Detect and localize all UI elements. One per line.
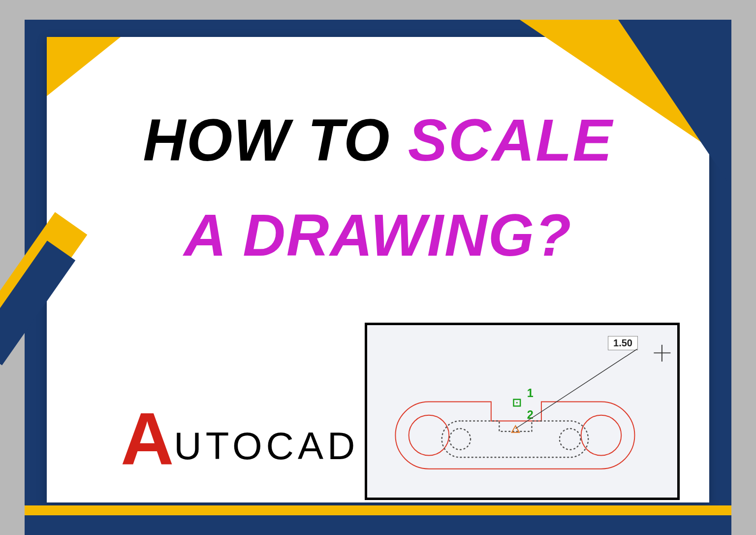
bottom-bar-navy	[25, 515, 731, 535]
corner-gold-top-left	[47, 37, 121, 96]
svg-point-5	[516, 402, 518, 403]
scale-drawing-svg: 1 2	[367, 325, 677, 498]
crosshair-icon	[654, 345, 670, 362]
corner-navy-top-right	[618, 20, 731, 187]
svg-point-0	[409, 415, 449, 456]
headline-black: HOW TO	[143, 107, 390, 173]
scale-example-panel: 1.50 1 2	[365, 323, 680, 500]
svg-line-6	[515, 349, 637, 429]
autocad-big-a: A	[121, 401, 171, 475]
autocad-logo: A UTOCAD	[121, 401, 359, 475]
headline-line2: A DRAWING?	[47, 201, 709, 269]
svg-point-3	[560, 429, 581, 450]
marker-1-label: 1	[527, 387, 534, 400]
autocad-rest: UTOCAD	[174, 424, 359, 468]
svg-point-1	[581, 415, 622, 456]
svg-point-2	[449, 429, 471, 450]
